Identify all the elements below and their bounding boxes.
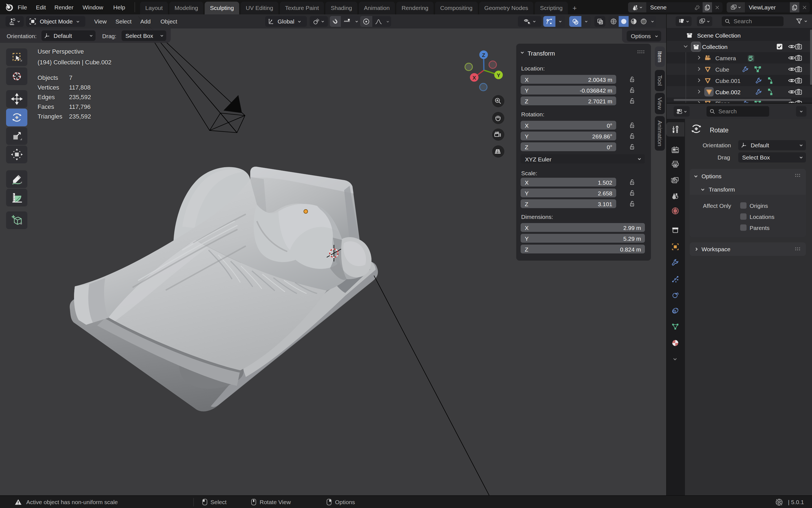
svg-text:Z: Z	[482, 52, 485, 58]
svg-text:X: X	[473, 75, 476, 81]
svg-text:Y: Y	[497, 73, 500, 78]
